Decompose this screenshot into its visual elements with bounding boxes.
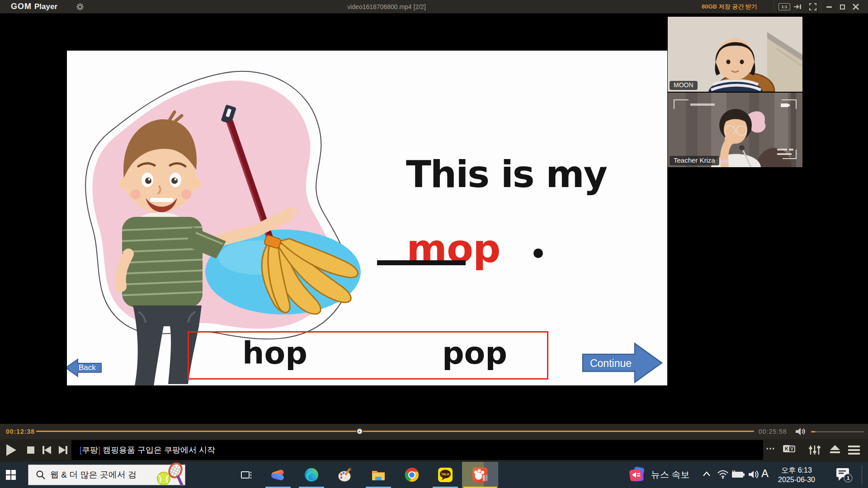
task-view-button[interactable] bbox=[235, 462, 258, 488]
title-bar: GOMPlayer video1618706800.mp4 [2/2] 80GB… bbox=[0, 0, 868, 14]
continue-button[interactable]: Continue bbox=[581, 342, 664, 384]
volume-icon[interactable] bbox=[795, 427, 806, 436]
volume-slider[interactable] bbox=[811, 431, 864, 432]
windows-taskbar: 웹 & 더 많은 곳에서 검 bbox=[0, 462, 868, 488]
webcam-teacher[interactable]: Teacher Kriza bbox=[668, 93, 802, 167]
taskbar-app-chrome[interactable] bbox=[395, 462, 429, 488]
aspect-ratio-button[interactable]: 1:1 bbox=[778, 3, 790, 10]
taskbar-app-file-explorer[interactable] bbox=[362, 462, 395, 488]
settings-gear-icon[interactable] bbox=[76, 3, 84, 13]
taskbar-app-icons: TALK bbox=[261, 462, 498, 488]
taskbar-app-kakaotalk[interactable]: TALK bbox=[429, 462, 462, 488]
minimize-button[interactable] bbox=[824, 2, 834, 11]
control-panel-pin-icon[interactable] bbox=[793, 2, 802, 11]
search-placeholder: 웹 & 더 많은 곳에서 검 bbox=[50, 469, 137, 481]
speaker-icon[interactable] bbox=[748, 469, 760, 479]
subtitle-kv-button[interactable]: KV bbox=[783, 443, 795, 452]
eject-button[interactable] bbox=[830, 445, 840, 453]
answer-underline bbox=[377, 260, 466, 265]
news-widget-icon[interactable] bbox=[628, 466, 646, 483]
play-button[interactable] bbox=[6, 444, 16, 456]
current-time: 00:12:38 bbox=[6, 428, 35, 435]
show-desktop-button[interactable] bbox=[863, 462, 868, 488]
divider bbox=[821, 2, 821, 12]
more-options-button[interactable]: ⋯ bbox=[766, 443, 775, 454]
taskbar-app-edge[interactable] bbox=[295, 462, 328, 488]
playlist-menu-button[interactable] bbox=[848, 446, 860, 456]
svg-text:TALK: TALK bbox=[441, 473, 449, 476]
taskbar-app-copilot[interactable] bbox=[261, 462, 295, 488]
choice-hop[interactable]: hop bbox=[242, 335, 307, 371]
svg-text:1: 1 bbox=[847, 475, 849, 481]
clock-date: 2025-06-30 bbox=[774, 475, 819, 484]
promo-badge[interactable]: 80GB 저장 공간 받기 bbox=[702, 3, 770, 11]
video-display-area[interactable]: This is my mop hop pop Back Continue bbox=[0, 14, 868, 424]
lesson-slide: This is my mop hop pop Back Continue bbox=[67, 51, 667, 385]
back-label: Back bbox=[79, 363, 96, 372]
taskbar-clock[interactable]: 오후 6:13 2025-06-30 bbox=[774, 465, 819, 484]
action-center-button[interactable]: 1 bbox=[835, 467, 854, 485]
stop-button[interactable] bbox=[27, 446, 34, 454]
start-button[interactable] bbox=[0, 462, 22, 488]
total-time: 00:25:58 bbox=[759, 428, 787, 435]
ime-language-indicator[interactable]: A bbox=[761, 467, 769, 480]
seek-bar[interactable] bbox=[36, 431, 754, 432]
video-title: video1618706800.mp4 [2/2] bbox=[253, 3, 520, 10]
divider bbox=[774, 2, 774, 12]
tray-expand-chevron-icon[interactable] bbox=[702, 469, 712, 479]
volume-fill bbox=[811, 431, 815, 432]
ad-text: 캠핑용품 구입은 쿠팡에서 시작 bbox=[100, 446, 215, 455]
taskbar-app-paint[interactable] bbox=[328, 462, 362, 488]
tennis-doodle-icon[interactable] bbox=[154, 462, 186, 488]
choice-pop[interactable]: pop bbox=[442, 335, 507, 371]
divider bbox=[862, 465, 862, 484]
back-button[interactable]: Back bbox=[67, 352, 102, 382]
taskbar-app-gom-player-active[interactable] bbox=[462, 462, 498, 488]
player-controls: [쿠팡] 캠핑용품 구입은 쿠팡에서 시작 ⋯ KV bbox=[0, 439, 868, 462]
period-dot bbox=[533, 249, 543, 258]
next-button[interactable] bbox=[59, 446, 67, 456]
choices-box: hop pop bbox=[188, 331, 548, 380]
clock-time: 오후 6:13 bbox=[774, 465, 819, 475]
previous-button[interactable] bbox=[42, 446, 51, 456]
webcam-student[interactable]: MOON bbox=[668, 17, 802, 92]
student-name-label: MOON bbox=[670, 81, 698, 90]
ad-banner[interactable]: [쿠팡] 캠핑용품 구입은 쿠팡에서 시작 bbox=[71, 440, 763, 460]
equalizer-button[interactable] bbox=[808, 444, 821, 458]
maximize-button[interactable] bbox=[837, 2, 847, 11]
teacher-name-label: Teacher Kriza bbox=[670, 156, 719, 165]
close-button[interactable] bbox=[851, 2, 861, 11]
app-logo: GOMPlayer bbox=[11, 2, 57, 11]
search-icon bbox=[36, 470, 46, 480]
wifi-icon[interactable] bbox=[717, 469, 729, 479]
continue-label: Continue bbox=[587, 357, 635, 370]
seek-bar-row: 00:12:38 00:25:58 bbox=[0, 424, 868, 439]
ad-brand: 쿠팡 bbox=[82, 446, 98, 455]
fullscreen-icon[interactable] bbox=[808, 2, 818, 11]
battery-charging-icon[interactable] bbox=[731, 469, 745, 479]
news-ticker-label[interactable]: 뉴스 속보 bbox=[651, 469, 690, 481]
windows-logo-icon bbox=[6, 470, 16, 480]
sentence-text: This is my bbox=[371, 153, 642, 196]
seek-handle[interactable] bbox=[356, 428, 363, 435]
